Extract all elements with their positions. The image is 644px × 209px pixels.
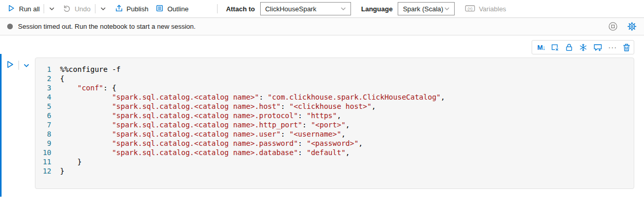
attach-to-dropdown[interactable]: ClickHouseSpark xyxy=(260,2,351,15)
code-editor[interactable]: 1%%configure -f2{3 "conf": {4 "spark.sql… xyxy=(35,58,634,189)
toolbar-divider xyxy=(217,4,218,13)
code-text: "spark.sql.catalog.<catalog name>.protoc… xyxy=(60,111,341,120)
publish-label: Publish xyxy=(127,5,149,13)
line-number: 8 xyxy=(35,129,60,139)
code-line[interactable]: 5 "spark.sql.catalog.<catalog name>.host… xyxy=(35,102,634,111)
run-all-play-icon xyxy=(7,4,15,14)
undo-button[interactable]: Undo xyxy=(63,4,90,14)
clear-output-icon[interactable] xyxy=(551,43,559,52)
add-comment-icon[interactable] xyxy=(593,43,602,52)
chevron-down-icon xyxy=(48,5,55,12)
code-line[interactable]: 7 "spark.sql.catalog.<catalog name>.http… xyxy=(35,120,634,129)
code-lines: 1%%configure -f2{3 "conf": {4 "spark.sql… xyxy=(35,65,634,176)
line-number: 10 xyxy=(35,148,60,157)
cell-controls-divider xyxy=(18,61,19,70)
code-line[interactable]: 2{ xyxy=(35,74,634,83)
toolbar-divider xyxy=(95,4,95,13)
code-text: "spark.sql.catalog.<catalog name>": "com… xyxy=(60,92,445,102)
line-number: 11 xyxy=(35,157,60,166)
notebook-toolbar: Run all Undo Publish Out xyxy=(0,0,644,17)
variables-button[interactable]: (x) Variables xyxy=(465,4,506,14)
code-line[interactable]: 12} xyxy=(35,166,634,176)
code-text: %%configure -f xyxy=(60,65,121,74)
lock-cell-icon[interactable] xyxy=(565,43,573,52)
cell-toolbar: M↓ ··· xyxy=(532,40,634,54)
line-number: 4 xyxy=(35,92,60,102)
chevron-down-icon xyxy=(443,5,451,12)
attach-to-value: ClickHouseSpark xyxy=(265,5,317,13)
code-line[interactable]: 10 "spark.sql.catalog.<catalog name>.dat… xyxy=(35,148,634,157)
publish-upload-icon xyxy=(115,4,123,14)
code-text: "spark.sql.catalog.<catalog name>.user":… xyxy=(60,129,345,139)
undo-icon xyxy=(63,4,71,14)
line-number: 3 xyxy=(35,83,60,92)
outline-list-icon xyxy=(155,4,164,14)
line-number: 7 xyxy=(35,120,60,129)
code-text: "conf": { xyxy=(60,83,116,92)
session-status-bar: Session timed out. Run the notebook to s… xyxy=(0,17,644,35)
publish-button[interactable]: Publish xyxy=(115,4,149,14)
variables-label: Variables xyxy=(479,5,506,13)
run-all-label: Run all xyxy=(19,5,40,13)
line-number: 9 xyxy=(35,139,60,148)
line-number: 5 xyxy=(35,102,60,111)
outline-button[interactable]: Outline xyxy=(155,4,188,14)
toolbar-divider xyxy=(44,4,44,13)
language-label: Language xyxy=(361,5,393,13)
code-text: "spark.sql.catalog.<catalog name>.databa… xyxy=(60,148,350,157)
run-all-options-chevron[interactable] xyxy=(48,5,55,12)
code-text: } xyxy=(60,166,64,176)
code-text: { xyxy=(60,74,64,83)
undo-label: Undo xyxy=(74,5,90,13)
convert-to-markdown-icon[interactable]: M↓ xyxy=(537,44,545,51)
undo-redo-chevron[interactable] xyxy=(100,5,107,12)
svg-text:(x): (x) xyxy=(467,6,473,11)
chevron-down-icon xyxy=(100,5,107,12)
chevron-down-icon xyxy=(23,62,30,69)
more-commands-icon[interactable]: ··· xyxy=(608,45,617,50)
code-line[interactable]: 1%%configure -f xyxy=(35,65,634,74)
line-number: 1 xyxy=(35,65,60,74)
code-line[interactable]: 8 "spark.sql.catalog.<catalog name>.user… xyxy=(35,129,634,139)
notebook-page: Run all Undo Publish Out xyxy=(0,0,644,209)
session-settings-gear-icon[interactable] xyxy=(627,22,637,31)
line-number: 6 xyxy=(35,111,60,120)
code-text: "spark.sql.catalog.<catalog name>.http_p… xyxy=(60,120,350,129)
chevron-down-icon xyxy=(340,5,347,12)
line-number: 2 xyxy=(35,74,60,83)
session-status-message: Session timed out. Run the notebook to s… xyxy=(18,23,196,30)
run-all-button[interactable]: Run all xyxy=(7,4,40,14)
stop-session-icon[interactable] xyxy=(608,22,618,31)
code-line[interactable]: 6 "spark.sql.catalog.<catalog name>.prot… xyxy=(35,111,634,120)
variables-icon: (x) xyxy=(465,4,475,14)
freeze-cell-icon[interactable] xyxy=(579,43,588,52)
code-text: } xyxy=(60,157,82,166)
attach-to-label: Attach to xyxy=(226,5,255,13)
outline-label: Outline xyxy=(167,5,188,13)
cell-focus-indicator xyxy=(0,54,2,197)
code-line[interactable]: 4 "spark.sql.catalog.<catalog name>": "c… xyxy=(35,92,634,102)
language-dropdown[interactable]: Spark (Scala) xyxy=(398,2,455,15)
run-cell-button[interactable] xyxy=(6,60,14,71)
code-line[interactable]: 3 "conf": { xyxy=(35,83,634,92)
delete-cell-icon[interactable] xyxy=(622,43,631,52)
collapse-cell-chevron[interactable] xyxy=(23,62,30,71)
line-number: 12 xyxy=(35,166,60,176)
code-text: "spark.sql.catalog.<catalog name>.passwo… xyxy=(60,139,363,148)
code-line[interactable]: 11 } xyxy=(35,157,634,166)
language-value: Spark (Scala) xyxy=(403,5,443,13)
code-text: "spark.sql.catalog.<catalog name>.host":… xyxy=(60,102,376,111)
session-status-dot-icon xyxy=(7,24,13,29)
play-icon xyxy=(6,60,14,69)
code-line[interactable]: 9 "spark.sql.catalog.<catalog name>.pass… xyxy=(35,139,634,148)
